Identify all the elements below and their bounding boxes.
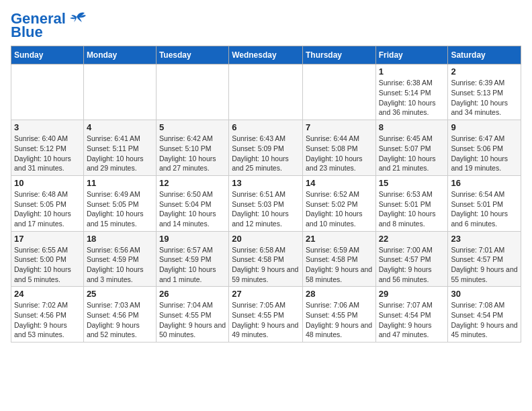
- week-row-2: 3Sunrise: 6:40 AM Sunset: 5:12 PM Daylig…: [11, 120, 521, 176]
- day-number: 27: [232, 289, 300, 299]
- day-info: Sunrise: 6:59 AM Sunset: 4:58 PM Dayligh…: [306, 245, 373, 285]
- calendar-cell: 22Sunrise: 7:00 AM Sunset: 4:57 PM Dayli…: [375, 231, 448, 287]
- dow-header-friday: Friday: [375, 46, 448, 64]
- day-info: Sunrise: 7:03 AM Sunset: 4:56 PM Dayligh…: [87, 300, 153, 340]
- day-number: 24: [14, 289, 81, 299]
- calendar-cell: 25Sunrise: 7:03 AM Sunset: 4:56 PM Dayli…: [83, 287, 156, 342]
- calendar-cell: 20Sunrise: 6:58 AM Sunset: 4:58 PM Dayli…: [229, 231, 303, 287]
- day-number: 11: [87, 178, 153, 188]
- day-info: Sunrise: 7:02 AM Sunset: 4:56 PM Dayligh…: [14, 300, 81, 340]
- day-info: Sunrise: 6:56 AM Sunset: 4:59 PM Dayligh…: [87, 245, 153, 285]
- day-number: 8: [379, 122, 445, 132]
- day-info: Sunrise: 7:05 AM Sunset: 4:55 PM Dayligh…: [232, 300, 300, 340]
- calendar-cell: 19Sunrise: 6:57 AM Sunset: 4:59 PM Dayli…: [156, 231, 228, 287]
- calendar-cell: 1Sunrise: 6:38 AM Sunset: 5:14 PM Daylig…: [375, 64, 448, 120]
- day-info: Sunrise: 6:58 AM Sunset: 4:58 PM Dayligh…: [232, 245, 300, 285]
- dow-header-thursday: Thursday: [302, 46, 375, 64]
- day-number: 5: [159, 122, 226, 132]
- dow-header-saturday: Saturday: [448, 46, 521, 64]
- logo-bird-icon: [67, 10, 87, 25]
- calendar-cell: 7Sunrise: 6:44 AM Sunset: 5:08 PM Daylig…: [302, 120, 375, 176]
- calendar-cell: 3Sunrise: 6:40 AM Sunset: 5:12 PM Daylig…: [11, 120, 84, 176]
- week-row-1: 1Sunrise: 6:38 AM Sunset: 5:14 PM Daylig…: [11, 64, 521, 120]
- day-number: 21: [306, 234, 373, 244]
- day-info: Sunrise: 7:07 AM Sunset: 4:54 PM Dayligh…: [379, 300, 445, 340]
- day-number: 9: [451, 122, 518, 132]
- day-info: Sunrise: 6:47 AM Sunset: 5:06 PM Dayligh…: [451, 134, 518, 173]
- day-number: 4: [87, 122, 153, 132]
- day-info: Sunrise: 6:43 AM Sunset: 5:09 PM Dayligh…: [232, 134, 300, 173]
- calendar-cell: [229, 64, 303, 120]
- day-number: 12: [159, 178, 226, 188]
- days-of-week-row: SundayMondayTuesdayWednesdayThursdayFrid…: [11, 46, 521, 64]
- calendar-cell: 9Sunrise: 6:47 AM Sunset: 5:06 PM Daylig…: [448, 120, 521, 176]
- calendar-cell: [83, 64, 156, 120]
- calendar-cell: 8Sunrise: 6:45 AM Sunset: 5:07 PM Daylig…: [375, 120, 448, 176]
- calendar-cell: 26Sunrise: 7:04 AM Sunset: 4:55 PM Dayli…: [156, 287, 228, 342]
- day-number: 28: [306, 289, 373, 299]
- calendar-cell: 10Sunrise: 6:48 AM Sunset: 5:05 PM Dayli…: [11, 175, 84, 231]
- calendar-cell: [156, 64, 228, 120]
- day-number: 7: [306, 122, 373, 132]
- day-info: Sunrise: 6:57 AM Sunset: 4:59 PM Dayligh…: [159, 245, 226, 285]
- calendar-cell: 28Sunrise: 7:06 AM Sunset: 4:55 PM Dayli…: [302, 287, 375, 342]
- day-number: 3: [14, 122, 81, 132]
- calendar-cell: 16Sunrise: 6:54 AM Sunset: 5:01 PM Dayli…: [448, 175, 521, 231]
- day-number: 15: [379, 178, 445, 188]
- week-row-5: 24Sunrise: 7:02 AM Sunset: 4:56 PM Dayli…: [11, 287, 521, 342]
- day-info: Sunrise: 6:50 AM Sunset: 5:04 PM Dayligh…: [159, 189, 226, 229]
- day-info: Sunrise: 6:42 AM Sunset: 5:10 PM Dayligh…: [159, 134, 226, 173]
- calendar-cell: 6Sunrise: 6:43 AM Sunset: 5:09 PM Daylig…: [229, 120, 303, 176]
- day-info: Sunrise: 7:08 AM Sunset: 4:54 PM Dayligh…: [451, 300, 518, 340]
- day-info: Sunrise: 6:54 AM Sunset: 5:01 PM Dayligh…: [451, 189, 518, 229]
- calendar-cell: 4Sunrise: 6:41 AM Sunset: 5:11 PM Daylig…: [83, 120, 156, 176]
- day-number: 19: [159, 234, 226, 244]
- day-number: 23: [451, 234, 518, 244]
- day-number: 6: [232, 122, 300, 132]
- day-info: Sunrise: 7:01 AM Sunset: 4:57 PM Dayligh…: [451, 245, 518, 285]
- day-info: Sunrise: 6:51 AM Sunset: 5:03 PM Dayligh…: [232, 189, 300, 229]
- calendar-cell: 5Sunrise: 6:42 AM Sunset: 5:10 PM Daylig…: [156, 120, 228, 176]
- dow-header-sunday: Sunday: [11, 46, 84, 64]
- day-info: Sunrise: 6:53 AM Sunset: 5:01 PM Dayligh…: [379, 189, 445, 229]
- day-info: Sunrise: 7:00 AM Sunset: 4:57 PM Dayligh…: [379, 245, 445, 285]
- calendar-cell: 2Sunrise: 6:39 AM Sunset: 5:13 PM Daylig…: [448, 64, 521, 120]
- day-info: Sunrise: 6:40 AM Sunset: 5:12 PM Dayligh…: [14, 134, 81, 173]
- day-number: 2: [451, 66, 518, 77]
- day-number: 16: [451, 178, 518, 188]
- page-header: General Blue: [11, 11, 521, 40]
- calendar-cell: 18Sunrise: 6:56 AM Sunset: 4:59 PM Dayli…: [83, 231, 156, 287]
- day-info: Sunrise: 6:45 AM Sunset: 5:07 PM Dayligh…: [379, 134, 445, 173]
- calendar-cell: 29Sunrise: 7:07 AM Sunset: 4:54 PM Dayli…: [375, 287, 448, 342]
- day-number: 26: [159, 289, 226, 299]
- day-info: Sunrise: 6:49 AM Sunset: 5:05 PM Dayligh…: [87, 189, 153, 229]
- week-row-4: 17Sunrise: 6:55 AM Sunset: 5:00 PM Dayli…: [11, 231, 521, 287]
- logo-text-blue: Blue: [11, 24, 43, 40]
- day-info: Sunrise: 6:48 AM Sunset: 5:05 PM Dayligh…: [14, 189, 81, 229]
- calendar-cell: 23Sunrise: 7:01 AM Sunset: 4:57 PM Dayli…: [448, 231, 521, 287]
- day-number: 22: [379, 234, 445, 244]
- day-number: 1: [379, 66, 445, 77]
- day-info: Sunrise: 6:55 AM Sunset: 5:00 PM Dayligh…: [14, 245, 81, 285]
- day-number: 17: [14, 234, 81, 244]
- day-info: Sunrise: 6:38 AM Sunset: 5:14 PM Dayligh…: [379, 78, 445, 118]
- calendar-cell: 27Sunrise: 7:05 AM Sunset: 4:55 PM Dayli…: [229, 287, 303, 342]
- calendar-cell: 14Sunrise: 6:52 AM Sunset: 5:02 PM Dayli…: [302, 175, 375, 231]
- calendar-cell: 11Sunrise: 6:49 AM Sunset: 5:05 PM Dayli…: [83, 175, 156, 231]
- day-number: 14: [306, 178, 373, 188]
- week-row-3: 10Sunrise: 6:48 AM Sunset: 5:05 PM Dayli…: [11, 175, 521, 231]
- calendar-cell: 21Sunrise: 6:59 AM Sunset: 4:58 PM Dayli…: [302, 231, 375, 287]
- calendar-cell: 17Sunrise: 6:55 AM Sunset: 5:00 PM Dayli…: [11, 231, 84, 287]
- calendar-cell: 24Sunrise: 7:02 AM Sunset: 4:56 PM Dayli…: [11, 287, 84, 342]
- day-number: 10: [14, 178, 81, 188]
- day-number: 30: [451, 289, 518, 299]
- day-number: 18: [87, 234, 153, 244]
- calendar-cell: [302, 64, 375, 120]
- logo: General Blue: [11, 11, 87, 40]
- day-info: Sunrise: 6:52 AM Sunset: 5:02 PM Dayligh…: [306, 189, 373, 229]
- calendar-cell: 15Sunrise: 6:53 AM Sunset: 5:01 PM Dayli…: [375, 175, 448, 231]
- calendar-cell: 30Sunrise: 7:08 AM Sunset: 4:54 PM Dayli…: [448, 287, 521, 342]
- day-number: 13: [232, 178, 300, 188]
- dow-header-monday: Monday: [83, 46, 156, 64]
- day-info: Sunrise: 6:39 AM Sunset: 5:13 PM Dayligh…: [451, 78, 518, 118]
